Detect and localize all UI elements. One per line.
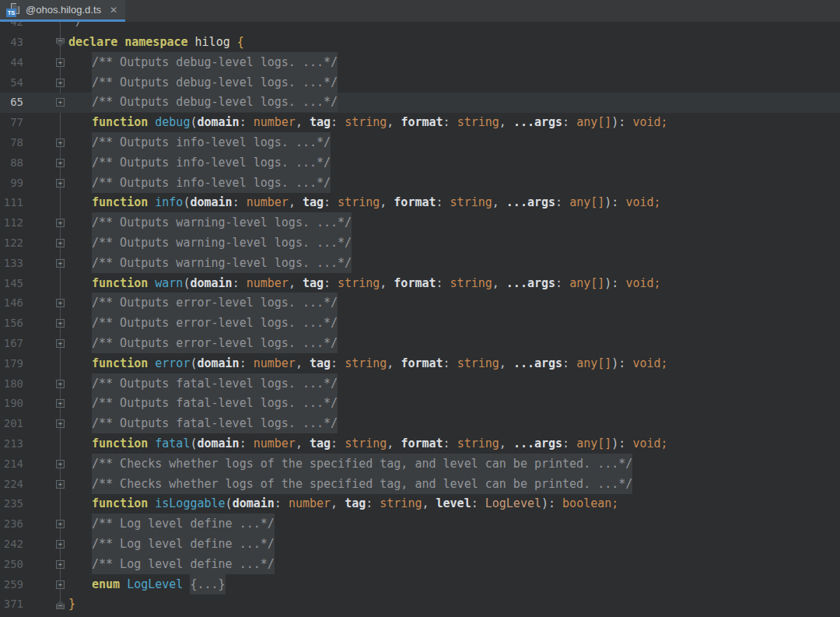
code-line[interactable]: 44/** Outputs debug-level logs. ...*/ [0,53,840,73]
token-pr: format [394,276,436,290]
code-line[interactable]: 78/** Outputs info-level logs. ...*/ [0,133,840,153]
token-ty: void; [632,436,667,450]
code-line[interactable]: 201/** Outputs fatal-level logs. ...*/ [0,414,840,434]
code-line[interactable]: 99/** Outputs info-level logs. ...*/ [0,174,840,194]
code-text: /** Outputs info-level logs. ...*/ [68,135,331,149]
fold-collapsed-icon[interactable] [56,380,65,388]
code-line[interactable]: 190/** Outputs fatal-level logs. ...*/ [0,394,840,414]
code-line[interactable]: 259enum LogLevel {...} [0,575,840,595]
code-line[interactable]: 213function fatal(domain: number, tag: s… [0,434,840,454]
code-text: /** Log level define ...*/ [68,557,275,571]
fold-expanded-bottom-icon[interactable] [56,601,65,609]
close-tab-icon[interactable]: ✕ [110,5,117,16]
code-line[interactable]: 145function warn(domain: number, tag: st… [0,274,840,294]
gutter-fold-column [30,514,68,535]
code-line[interactable]: 242/** Log level define ...*/ [0,535,840,555]
gutter-fold-column [30,174,68,194]
code-line[interactable]: 111function info(domain: number, tag: st… [0,193,840,213]
code-line[interactable]: 180/** Outputs fatal-level logs. ...*/ [0,374,840,394]
token-kw: function [92,356,148,370]
code-line[interactable]: 65/** Outputs debug-level logs. ...*/ [0,93,840,113]
token-kw: function [92,436,148,450]
code-text: function isLoggable(domain: number, tag:… [68,496,618,510]
token-pl: , [289,276,303,290]
fold-collapsed-icon[interactable] [56,259,65,268]
token-cmf: /** Outputs fatal-level logs. ...*/ [92,393,338,413]
line-number: 112 [0,213,30,233]
code-line[interactable]: 250/** Log level define ...*/ [0,555,840,575]
token-ty: string [345,115,387,129]
token-pl: ): [604,276,625,290]
token-pl: ): [611,356,632,370]
code-line[interactable]: 156/** Outputs error-level logs. ...*/ [0,314,840,334]
gutter-fold-column [30,475,68,495]
token-kw: namespace [124,35,187,49]
token-cmf: /** Outputs fatal-level logs. ...*/ [92,373,338,394]
tab-ohos-hilog[interactable]: TS @ohos.hilog.d.ts ✕ [0,0,125,22]
code-text: /** Outputs error-level logs. ...*/ [68,336,338,350]
fold-collapsed-icon[interactable] [56,179,65,188]
fold-expanded-top-icon[interactable] [56,38,65,47]
code-line[interactable]: 236/** Log level define ...*/ [0,514,840,535]
fold-collapsed-icon[interactable] [56,520,65,528]
token-pl [148,356,155,370]
fold-collapsed-icon[interactable] [56,219,65,227]
token-ty: string [338,195,380,209]
typescript-file-icon: TS [6,3,20,17]
token-pl: , [296,356,310,370]
token-pl: , [380,276,394,290]
fold-collapsed-icon[interactable] [56,560,65,569]
code-line[interactable]: 42*/ [0,22,840,33]
fold-collapsed-icon[interactable] [56,580,65,589]
fold-collapsed-icon[interactable] [56,480,65,489]
fold-collapsed-icon[interactable] [56,460,65,468]
token-ty: boolean; [562,496,618,510]
fold-collapsed-icon[interactable] [56,58,65,67]
code-line[interactable]: 235function isLoggable(domain: number, t… [0,494,840,514]
fold-collapsed-icon[interactable] [56,138,65,147]
code-line[interactable]: 112/** Outputs warning-level logs. ...*/ [0,213,840,233]
token-pr: tag [310,356,331,370]
fold-collapsed-icon[interactable] [56,98,65,107]
fold-collapsed-icon[interactable] [56,399,65,408]
code-line[interactable]: 43declare namespace hilog { [0,33,840,53]
token-ty: string [380,496,422,510]
fold-collapsed-icon[interactable] [56,419,65,428]
line-number: 146 [0,293,30,314]
fold-collapsed-icon[interactable] [56,319,65,328]
code-line[interactable]: 54/** Outputs debug-level logs. ...*/ [0,73,840,93]
token-fn: debug [155,115,190,129]
code-line[interactable]: 122/** Outputs warning-level logs. ...*/ [0,233,840,254]
code-editor[interactable]: 42*/43declare namespace hilog {44/** Out… [0,22,840,617]
token-pr: tag [303,276,324,290]
gutter-fold-column [30,494,68,514]
token-cmf: /** Outputs warning-level logs. ...*/ [92,253,352,273]
fold-collapsed-icon[interactable] [56,79,65,87]
gutter-fold-column [30,535,68,555]
code-line[interactable]: 146/** Outputs error-level logs. ...*/ [0,293,840,314]
token-pl: : [331,115,345,129]
code-line[interactable]: 133/** Outputs warning-level logs. ...*/ [0,254,840,274]
fold-collapsed-icon[interactable] [56,159,65,167]
editor-tab-bar: TS @ohos.hilog.d.ts ✕ [0,0,840,22]
code-line[interactable]: 167/** Outputs error-level logs. ...*/ [0,334,840,354]
code-line[interactable]: 77function debug(domain: number, tag: st… [0,113,840,133]
code-text: /** Outputs info-level logs. ...*/ [68,156,331,170]
code-line[interactable]: 224/** Checks whether logs of the specif… [0,475,840,495]
token-pl: : [562,115,576,129]
code-line[interactable]: 214/** Checks whether logs of the specif… [0,454,840,475]
fold-collapsed-icon[interactable] [56,540,65,549]
fold-collapsed-icon[interactable] [56,339,65,348]
token-pl: : [562,356,576,370]
token-fn: info [155,195,183,209]
code-text: /** Outputs warning-level logs. ...*/ [68,236,352,250]
line-number: 99 [0,174,30,194]
code-text: /** Outputs debug-level logs. ...*/ [68,95,338,109]
code-line[interactable]: 88/** Outputs info-level logs. ...*/ [0,153,840,174]
fold-collapsed-icon[interactable] [56,299,65,307]
code-line[interactable]: 179function error(domain: number, tag: s… [0,354,840,374]
fold-collapsed-icon[interactable] [56,239,65,247]
token-ty: any[] [576,436,611,450]
code-line[interactable]: 371} [0,594,840,615]
gutter-fold-column [30,213,68,233]
